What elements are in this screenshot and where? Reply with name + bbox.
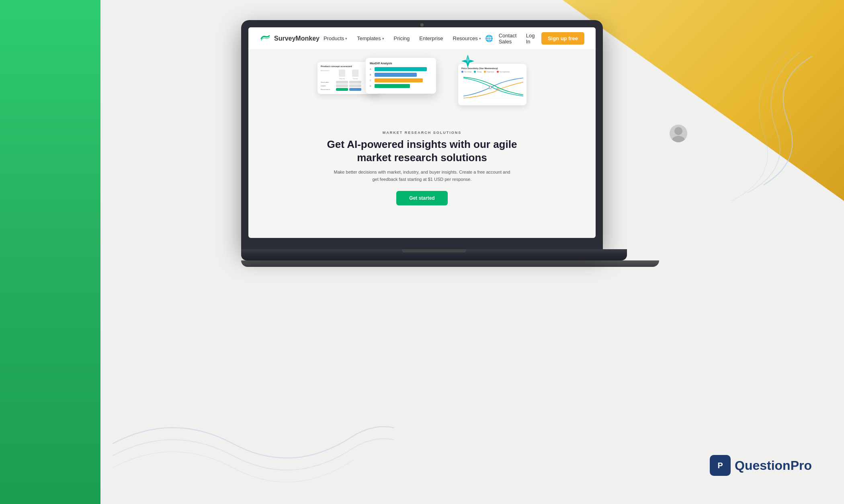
templates-chevron-icon: ▾ (382, 37, 384, 41)
legend-too-cheap: Too cheap (461, 71, 471, 73)
laptop-screen: SurveyMonkey Products ▾ Templates ▾ Pric… (248, 27, 596, 238)
price-chart (461, 74, 523, 102)
nav-links: Products ▾ Templates ▾ Pricing Enterpris… (320, 33, 485, 44)
questionpro-logo: P QuestionPro (710, 455, 812, 476)
legend-too-expensive: Too expensive (497, 71, 510, 73)
questionpro-icon: P (710, 455, 731, 476)
globe-icon[interactable]: 🌐 (485, 35, 493, 42)
maxdiff-bar-b: B (370, 73, 432, 77)
dashboard-preview: Product concept scorecard Brand name Dog… (318, 58, 526, 124)
legend-cheap: Cheap (474, 71, 481, 73)
nav-enterprise-label: Enterprise (419, 35, 443, 41)
avatar (670, 125, 687, 142)
diamond-sparkle-icon (461, 54, 475, 70)
signup-button[interactable]: Sign up free (541, 32, 584, 45)
nav-item-resources[interactable]: Resources ▾ (449, 33, 485, 44)
nav-products-label: Products (324, 35, 344, 41)
nav-item-templates[interactable]: Templates ▾ (353, 33, 388, 44)
hero-title-line1: Get AI-powered insights with our agile (327, 138, 517, 150)
deco-curves-top-right (707, 48, 820, 201)
legend-expensive: Expensive (484, 71, 494, 73)
login-link[interactable]: Log In (526, 33, 536, 45)
price-legend: Too cheap Cheap Expensive (461, 71, 523, 73)
laptop-screen-bezel: SurveyMonkey Products ▾ Templates ▾ Pric… (241, 20, 603, 249)
products-chevron-icon: ▾ (345, 37, 347, 41)
contact-sales-link[interactable]: Contact Sales (499, 33, 520, 45)
svg-point-8 (497, 88, 498, 90)
maxdiff-bar-c: C (370, 78, 432, 82)
maxdiff-title: MaxDiff Analysis (370, 62, 432, 65)
svg-point-0 (674, 127, 682, 135)
svg-text:P: P (717, 461, 723, 470)
deco-curves-bottom (113, 404, 394, 492)
laptop-camera (420, 23, 424, 27)
nav-templates-label: Templates (357, 35, 381, 41)
laptop: SurveyMonkey Products ▾ Templates ▾ Pric… (241, 20, 603, 267)
logo-icon (260, 34, 271, 43)
nav-item-pricing[interactable]: Pricing (390, 33, 414, 44)
nav-logo[interactable]: SurveyMonkey (260, 34, 320, 43)
laptop-foot (241, 260, 659, 267)
site-nav: SurveyMonkey Products ▾ Templates ▾ Pric… (248, 27, 596, 50)
laptop-base (241, 249, 627, 260)
hero-title-line2: market research solutions (357, 152, 487, 164)
nav-pricing-label: Pricing (394, 35, 410, 41)
bg-left-green (0, 0, 113, 504)
nav-item-products[interactable]: Products ▾ (320, 33, 351, 44)
nav-item-enterprise[interactable]: Enterprise (415, 33, 447, 44)
hero-subtitle: Make better decisions with market, indus… (334, 169, 510, 183)
maxdiff-bar-a: A (370, 67, 432, 71)
logo-text: SurveyMonkey (274, 35, 320, 42)
nav-resources-label: Resources (453, 35, 478, 41)
hero-section: Product concept scorecard Brand name Dog… (248, 50, 596, 217)
hero-cta-button[interactable]: Get started (396, 191, 447, 205)
nav-right: 🌐 Contact Sales Log In Sign up free (485, 32, 584, 45)
questionpro-text: QuestionPro (735, 458, 812, 473)
price-sensitivity-card: Price Sensitivity (Van Westendorp) Too c… (458, 64, 526, 105)
maxdiff-card: MaxDiff Analysis A B C (366, 58, 436, 94)
maxdiff-bar-d: D (370, 84, 432, 88)
hero-section-label: MARKET RESEARCH SOLUTIONS (383, 131, 462, 135)
laptop-body: SurveyMonkey Products ▾ Templates ▾ Pric… (241, 20, 603, 267)
svg-point-7 (489, 86, 492, 88)
hero-title: Get AI-powered insights with our agile m… (327, 138, 517, 164)
resources-chevron-icon: ▾ (479, 37, 481, 41)
